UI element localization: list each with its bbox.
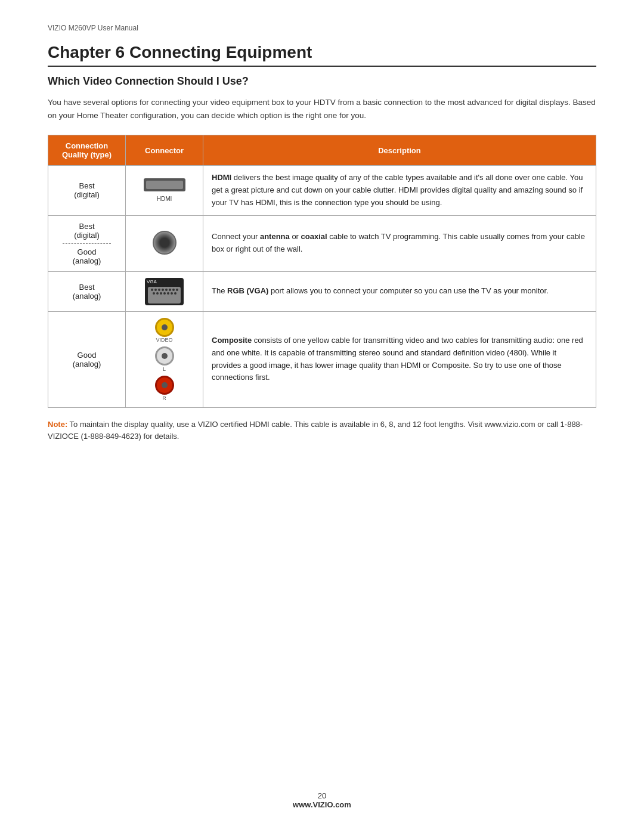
vga-icon: VGA <box>145 278 184 305</box>
composite-video-label: VIDEO <box>156 337 172 343</box>
table-row: Good(analog) VIDEO <box>48 311 596 407</box>
table-row: Best(analog) VGA <box>48 271 596 311</box>
composite-audio-r: R <box>155 376 174 401</box>
quality-best-digital: Best(digital) <box>48 166 126 215</box>
coaxial-icon <box>153 231 177 255</box>
description-composite: Composite consists of one yellow cable f… <box>203 311 596 407</box>
page-number: 20 <box>0 791 644 800</box>
quality-best-analog: Best(analog) <box>48 271 126 311</box>
connector-coaxial <box>126 215 203 271</box>
col-header-description: Description <box>203 135 596 166</box>
quality-best-digital-label: Best(digital) <box>74 222 100 240</box>
manual-header: VIZIO M260VP User Manual <box>48 24 596 32</box>
composite-audio-l: L <box>155 346 174 372</box>
connector-vga: VGA <box>126 271 203 311</box>
section-title: Which Video Connection Should I Use? <box>48 75 596 88</box>
page-footer: 20 www.VIZIO.com <box>0 791 644 809</box>
composite-r-label: R <box>162 395 166 401</box>
hdmi-icon <box>144 178 185 191</box>
table-row: Best(digital) HDMI HDMI delivers the bes… <box>48 166 596 215</box>
quality-good-analog-label: Good(analog) <box>73 247 101 265</box>
col-header-connection: Connection Quality (type) <box>48 135 126 166</box>
quality-best-good: Best(digital) Good(analog) <box>48 215 126 271</box>
description-hdmi: HDMI delivers the best image quality of … <box>203 166 596 215</box>
quality-good-analog: Good(analog) <box>48 311 126 407</box>
hdmi-label: HDMI <box>134 196 194 202</box>
note-bold: Note: <box>48 420 67 429</box>
intro-paragraph: You have several options for connecting … <box>48 96 596 122</box>
note-paragraph: Note: To maintain the display quality, u… <box>48 419 596 444</box>
note-body: To maintain the display quality, use a V… <box>48 420 583 441</box>
description-coaxial: Connect your antenna or coaxial cable to… <box>203 215 596 271</box>
connector-hdmi: HDMI <box>126 166 203 215</box>
description-vga: The RGB (VGA) port allows you to connect… <box>203 271 596 311</box>
composite-icon: VIDEO L R <box>134 318 194 401</box>
footer-url: www.VIZIO.com <box>0 800 644 809</box>
vga-label: VGA <box>147 279 157 284</box>
table-row: Best(digital) Good(analog) Connect your … <box>48 215 596 271</box>
connector-composite: VIDEO L R <box>126 311 203 407</box>
composite-l-label: L <box>163 366 166 372</box>
chapter-title: Chapter 6 Connecting Equipment <box>48 43 596 67</box>
composite-video: VIDEO <box>155 318 174 343</box>
connection-table: Connection Quality (type) Connector Desc… <box>48 135 596 407</box>
col-header-connector: Connector <box>126 135 203 166</box>
